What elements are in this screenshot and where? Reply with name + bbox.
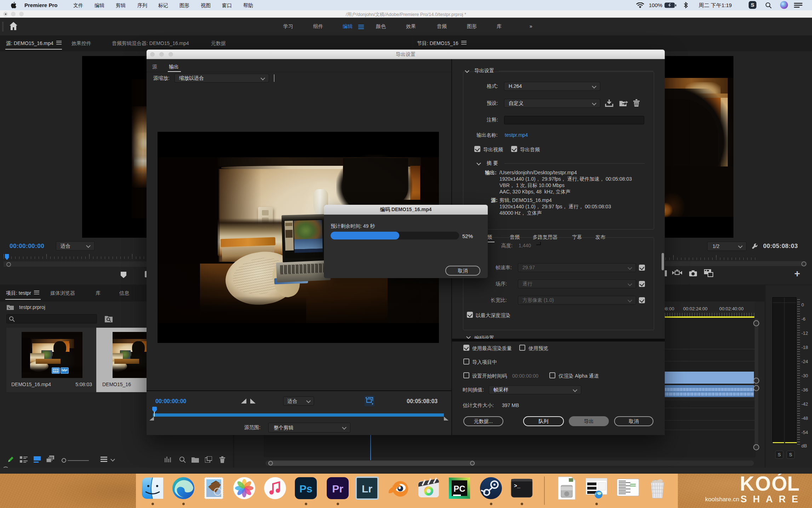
svg-text:PC: PC <box>453 484 465 493</box>
svg-text:Lr: Lr <box>362 483 372 495</box>
svg-text:Ps: Ps <box>299 483 313 495</box>
svg-text:Pr: Pr <box>332 483 343 495</box>
svg-text:>_: >_ <box>514 483 521 489</box>
